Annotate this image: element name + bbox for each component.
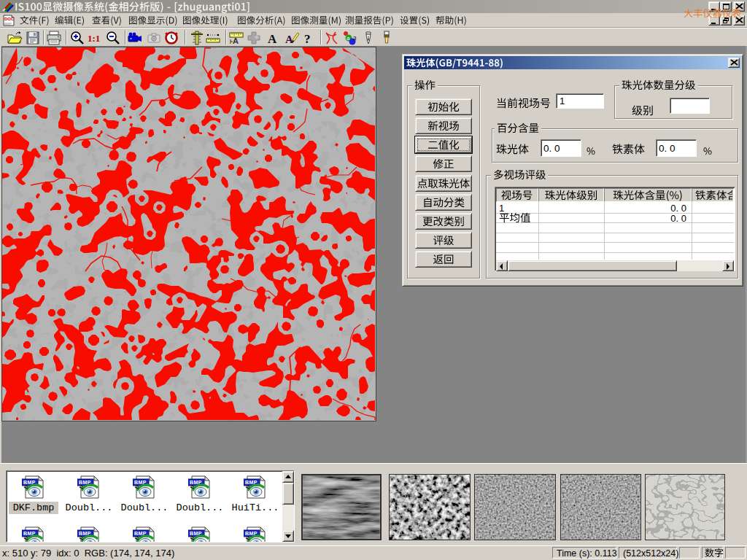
svg-text:DOC: DOC <box>4 17 15 21</box>
svg-text:A: A <box>233 36 239 45</box>
svg-text:3: 3 <box>353 35 357 42</box>
svg-text:?: ? <box>304 32 311 46</box>
svg-text:a: a <box>347 35 350 42</box>
svg-text:A: A <box>268 32 277 46</box>
svg-text:1:1: 1:1 <box>88 33 100 44</box>
svg-text:A: A <box>285 34 293 45</box>
